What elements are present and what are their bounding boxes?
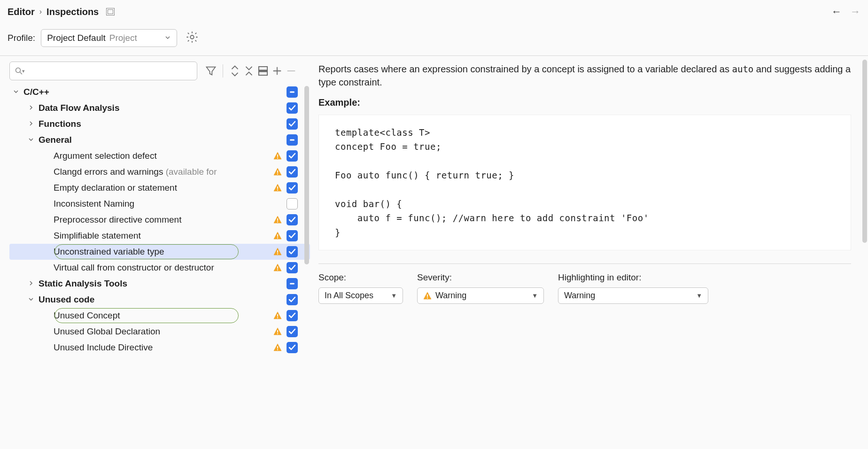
add-icon[interactable] [271, 65, 283, 77]
inspection-checkbox[interactable] [287, 166, 298, 178]
tree-item-incon[interactable]: Inconsistent Naming [9, 196, 310, 212]
svg-point-2 [190, 35, 194, 39]
expand-toggle-icon[interactable] [11, 88, 21, 96]
scope-dropdown[interactable]: In All Scopes ▼ [318, 287, 403, 304]
inspection-checkbox[interactable] [287, 310, 298, 321]
inspection-checkbox[interactable] [287, 150, 298, 162]
inspection-checkbox[interactable] [287, 198, 298, 209]
left-panel: ▾ C/C++Data Flow AnalysisFunctionsGenera… [0, 56, 310, 360]
breadcrumb-parent[interactable]: Editor [8, 7, 35, 17]
tree-item-unused[interactable]: Unused code [9, 292, 310, 308]
tree-item-label: Unused Include Directive [54, 342, 273, 353]
window-icon[interactable] [106, 8, 115, 15]
example-label: Example: [318, 97, 851, 108]
expand-toggle-icon[interactable] [26, 280, 36, 288]
inspection-checkbox[interactable] [287, 102, 298, 114]
tree-item-uincl[interactable]: Unused Include Directive [9, 340, 310, 356]
tree-item-label: Unconstrained variable type [54, 247, 273, 257]
left-scrollbar[interactable] [304, 86, 310, 358]
tree-item-func[interactable]: Functions [9, 116, 310, 132]
tree-item-uncon[interactable]: Unconstrained variable type [9, 244, 310, 260]
tree-item-label: General [39, 135, 273, 145]
right-scrollbar[interactable] [862, 60, 867, 243]
tree-item-label: Static Analysis Tools [39, 279, 273, 289]
svg-rect-6 [290, 92, 294, 93]
svg-rect-7 [290, 139, 294, 141]
warning-icon [423, 292, 432, 300]
filter-icon[interactable] [205, 65, 217, 77]
inspection-checkbox[interactable] [287, 214, 298, 225]
tree-item-label: Functions [39, 119, 273, 129]
breadcrumb-separator-icon: › [39, 8, 42, 16]
tree-item-simp[interactable]: Simplifiable statement [9, 228, 310, 244]
detail-divider [318, 263, 851, 264]
breadcrumb-current: Inspections [46, 7, 99, 17]
nav-arrows: ← → [831, 6, 860, 18]
tree-item-clangd[interactable]: Clangd errors and warnings (available fo… [9, 164, 310, 180]
tree-item-label: C/C++ [23, 87, 273, 97]
tree-item-empty[interactable]: Empty declaration or statement [9, 180, 310, 196]
search-field[interactable] [27, 66, 192, 76]
severity-dropdown[interactable]: Warning ▼ [417, 287, 544, 304]
collapse-all-icon[interactable] [243, 65, 255, 77]
inspection-checkbox[interactable] [287, 246, 298, 257]
tree-item-cc[interactable]: C/C++ [9, 84, 310, 100]
svg-rect-8 [290, 283, 294, 285]
toolbar-divider [223, 64, 223, 77]
svg-rect-5 [259, 70, 267, 72]
profile-label: Profile: [8, 33, 35, 43]
inspection-checkbox[interactable] [287, 262, 298, 273]
reset-icon[interactable] [257, 65, 269, 77]
tree-item-label: Empty declaration or statement [54, 183, 273, 193]
warning-icon [273, 216, 282, 224]
profile-select[interactable]: Project Default Project [41, 29, 177, 47]
chevron-down-icon [164, 33, 171, 43]
tree-item-uglobal[interactable]: Unused Global Declaration [9, 324, 310, 340]
warning-icon [273, 343, 282, 352]
highlight-dropdown[interactable]: Warning ▼ [558, 287, 708, 304]
warning-icon [273, 248, 282, 256]
expand-toggle-icon[interactable] [26, 296, 36, 304]
warning-icon [273, 311, 282, 320]
expand-all-icon[interactable] [229, 65, 241, 77]
back-arrow-icon[interactable]: ← [831, 6, 842, 18]
tree-item-label: Simplifiable statement [54, 231, 273, 241]
inspection-checkbox[interactable] [287, 230, 298, 241]
warning-icon [273, 232, 282, 240]
expand-toggle-icon[interactable] [26, 120, 36, 128]
inspection-checkbox[interactable] [287, 86, 298, 98]
forward-arrow-icon[interactable]: → [850, 6, 860, 18]
inspection-checkbox[interactable] [287, 342, 298, 353]
tree-item-uconcept[interactable]: Unused Concept [9, 308, 310, 324]
chevron-down-icon: ▼ [696, 292, 702, 299]
tree-item-sat[interactable]: Static Analysis Tools [9, 276, 310, 292]
profile-row: Profile: Project Default Project [0, 24, 868, 56]
scope-label: Scope: [318, 272, 403, 283]
inspection-checkbox[interactable] [287, 294, 298, 305]
gear-icon[interactable] [186, 31, 199, 46]
tree-item-prep[interactable]: Preprocessor directive comment [9, 212, 310, 228]
inspection-checkbox[interactable] [287, 326, 298, 337]
tree-item-label: Preprocessor directive comment [54, 215, 273, 225]
inspection-checkbox[interactable] [287, 118, 298, 130]
inspection-checkbox[interactable] [287, 134, 298, 146]
tree-item-label: Argument selection defect [54, 151, 273, 161]
tree-item-asd[interactable]: Argument selection defect [9, 148, 310, 164]
inspection-checkbox[interactable] [287, 278, 298, 289]
expand-toggle-icon[interactable] [26, 104, 36, 112]
severity-label: Severity: [417, 272, 544, 283]
profile-scope: Project [109, 33, 137, 43]
search-input[interactable]: ▾ [9, 62, 197, 80]
tree-item-gen[interactable]: General [9, 132, 310, 148]
warning-icon [273, 184, 282, 192]
tree-item-dfa[interactable]: Data Flow Analysis [9, 100, 310, 116]
inspections-tree[interactable]: C/C++Data Flow AnalysisFunctionsGeneralA… [9, 84, 310, 356]
tree-item-virt[interactable]: Virtual call from constructor or destruc… [9, 260, 310, 276]
warning-icon [273, 168, 282, 176]
inspection-checkbox[interactable] [287, 182, 298, 194]
header-bar: Editor › Inspections ← → [0, 0, 868, 24]
detail-panel: Reports cases where an expression constr… [310, 56, 868, 360]
remove-icon[interactable] [285, 65, 297, 77]
expand-toggle-icon[interactable] [26, 136, 36, 144]
warning-icon [273, 327, 282, 336]
